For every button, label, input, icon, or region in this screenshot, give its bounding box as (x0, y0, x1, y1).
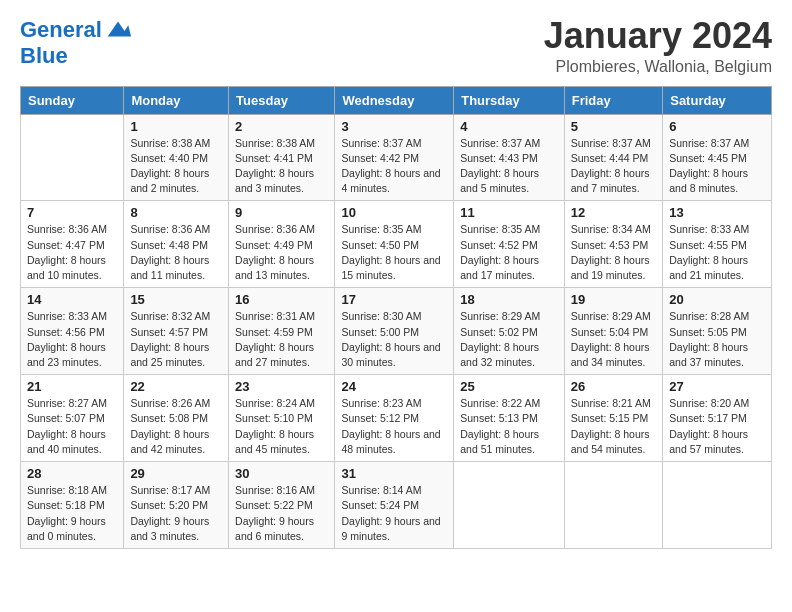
calendar-cell: 6Sunrise: 8:37 AMSunset: 4:45 PMDaylight… (663, 114, 772, 201)
cell-info: Sunrise: 8:37 AMSunset: 4:45 PMDaylight:… (669, 136, 765, 197)
cell-info: Sunrise: 8:28 AMSunset: 5:05 PMDaylight:… (669, 309, 765, 370)
weekday-header-tuesday: Tuesday (229, 86, 335, 114)
calendar-cell: 24Sunrise: 8:23 AMSunset: 5:12 PMDayligh… (335, 375, 454, 462)
calendar-cell: 30Sunrise: 8:16 AMSunset: 5:22 PMDayligh… (229, 462, 335, 549)
day-number: 19 (571, 292, 657, 307)
cell-info: Sunrise: 8:16 AMSunset: 5:22 PMDaylight:… (235, 483, 328, 544)
weekday-header-thursday: Thursday (454, 86, 564, 114)
calendar-cell: 2Sunrise: 8:38 AMSunset: 4:41 PMDaylight… (229, 114, 335, 201)
weekday-header-monday: Monday (124, 86, 229, 114)
day-number: 27 (669, 379, 765, 394)
calendar-cell: 10Sunrise: 8:35 AMSunset: 4:50 PMDayligh… (335, 201, 454, 288)
weekday-header-sunday: Sunday (21, 86, 124, 114)
calendar-cell: 9Sunrise: 8:36 AMSunset: 4:49 PMDaylight… (229, 201, 335, 288)
day-number: 29 (130, 466, 222, 481)
day-number: 30 (235, 466, 328, 481)
week-row-4: 28Sunrise: 8:18 AMSunset: 5:18 PMDayligh… (21, 462, 772, 549)
calendar-cell (663, 462, 772, 549)
cell-info: Sunrise: 8:22 AMSunset: 5:13 PMDaylight:… (460, 396, 557, 457)
calendar-cell: 12Sunrise: 8:34 AMSunset: 4:53 PMDayligh… (564, 201, 663, 288)
cell-info: Sunrise: 8:18 AMSunset: 5:18 PMDaylight:… (27, 483, 117, 544)
cell-info: Sunrise: 8:36 AMSunset: 4:49 PMDaylight:… (235, 222, 328, 283)
day-number: 10 (341, 205, 447, 220)
calendar-cell: 21Sunrise: 8:27 AMSunset: 5:07 PMDayligh… (21, 375, 124, 462)
cell-info: Sunrise: 8:38 AMSunset: 4:41 PMDaylight:… (235, 136, 328, 197)
weekday-header-friday: Friday (564, 86, 663, 114)
cell-info: Sunrise: 8:33 AMSunset: 4:56 PMDaylight:… (27, 309, 117, 370)
cell-info: Sunrise: 8:35 AMSunset: 4:52 PMDaylight:… (460, 222, 557, 283)
day-number: 23 (235, 379, 328, 394)
calendar-cell: 31Sunrise: 8:14 AMSunset: 5:24 PMDayligh… (335, 462, 454, 549)
day-number: 12 (571, 205, 657, 220)
week-row-3: 21Sunrise: 8:27 AMSunset: 5:07 PMDayligh… (21, 375, 772, 462)
day-number: 5 (571, 119, 657, 134)
cell-info: Sunrise: 8:30 AMSunset: 5:00 PMDaylight:… (341, 309, 447, 370)
cell-info: Sunrise: 8:17 AMSunset: 5:20 PMDaylight:… (130, 483, 222, 544)
cell-info: Sunrise: 8:23 AMSunset: 5:12 PMDaylight:… (341, 396, 447, 457)
logo-blue-text: Blue (20, 44, 68, 68)
calendar-cell: 25Sunrise: 8:22 AMSunset: 5:13 PMDayligh… (454, 375, 564, 462)
calendar-page: General Blue January 2024 Plombieres, Wa… (0, 0, 792, 565)
logo-icon (104, 16, 132, 44)
calendar-cell: 8Sunrise: 8:36 AMSunset: 4:48 PMDaylight… (124, 201, 229, 288)
cell-info: Sunrise: 8:26 AMSunset: 5:08 PMDaylight:… (130, 396, 222, 457)
cell-info: Sunrise: 8:33 AMSunset: 4:55 PMDaylight:… (669, 222, 765, 283)
day-number: 11 (460, 205, 557, 220)
day-number: 15 (130, 292, 222, 307)
cell-info: Sunrise: 8:29 AMSunset: 5:04 PMDaylight:… (571, 309, 657, 370)
cell-info: Sunrise: 8:38 AMSunset: 4:40 PMDaylight:… (130, 136, 222, 197)
day-number: 16 (235, 292, 328, 307)
day-number: 2 (235, 119, 328, 134)
day-number: 7 (27, 205, 117, 220)
weekday-header-wednesday: Wednesday (335, 86, 454, 114)
calendar-cell: 20Sunrise: 8:28 AMSunset: 5:05 PMDayligh… (663, 288, 772, 375)
title-area: January 2024 Plombieres, Wallonia, Belgi… (544, 16, 772, 76)
weekday-header-row: SundayMondayTuesdayWednesdayThursdayFrid… (21, 86, 772, 114)
day-number: 18 (460, 292, 557, 307)
calendar-cell (21, 114, 124, 201)
calendar-cell: 19Sunrise: 8:29 AMSunset: 5:04 PMDayligh… (564, 288, 663, 375)
calendar-subtitle: Plombieres, Wallonia, Belgium (544, 58, 772, 76)
calendar-table: SundayMondayTuesdayWednesdayThursdayFrid… (20, 86, 772, 549)
cell-info: Sunrise: 8:29 AMSunset: 5:02 PMDaylight:… (460, 309, 557, 370)
calendar-cell: 28Sunrise: 8:18 AMSunset: 5:18 PMDayligh… (21, 462, 124, 549)
cell-info: Sunrise: 8:14 AMSunset: 5:24 PMDaylight:… (341, 483, 447, 544)
cell-info: Sunrise: 8:32 AMSunset: 4:57 PMDaylight:… (130, 309, 222, 370)
day-number: 22 (130, 379, 222, 394)
calendar-cell: 27Sunrise: 8:20 AMSunset: 5:17 PMDayligh… (663, 375, 772, 462)
day-number: 17 (341, 292, 447, 307)
cell-info: Sunrise: 8:36 AMSunset: 4:47 PMDaylight:… (27, 222, 117, 283)
cell-info: Sunrise: 8:20 AMSunset: 5:17 PMDaylight:… (669, 396, 765, 457)
calendar-cell: 15Sunrise: 8:32 AMSunset: 4:57 PMDayligh… (124, 288, 229, 375)
calendar-cell: 5Sunrise: 8:37 AMSunset: 4:44 PMDaylight… (564, 114, 663, 201)
calendar-cell: 29Sunrise: 8:17 AMSunset: 5:20 PMDayligh… (124, 462, 229, 549)
logo-text: General (20, 18, 102, 42)
day-number: 4 (460, 119, 557, 134)
day-number: 13 (669, 205, 765, 220)
cell-info: Sunrise: 8:37 AMSunset: 4:44 PMDaylight:… (571, 136, 657, 197)
day-number: 14 (27, 292, 117, 307)
day-number: 31 (341, 466, 447, 481)
day-number: 24 (341, 379, 447, 394)
day-number: 25 (460, 379, 557, 394)
logo: General Blue (20, 16, 132, 68)
header: General Blue January 2024 Plombieres, Wa… (20, 16, 772, 76)
calendar-cell: 11Sunrise: 8:35 AMSunset: 4:52 PMDayligh… (454, 201, 564, 288)
cell-info: Sunrise: 8:37 AMSunset: 4:42 PMDaylight:… (341, 136, 447, 197)
cell-info: Sunrise: 8:21 AMSunset: 5:15 PMDaylight:… (571, 396, 657, 457)
day-number: 26 (571, 379, 657, 394)
cell-info: Sunrise: 8:24 AMSunset: 5:10 PMDaylight:… (235, 396, 328, 457)
calendar-cell: 16Sunrise: 8:31 AMSunset: 4:59 PMDayligh… (229, 288, 335, 375)
week-row-1: 7Sunrise: 8:36 AMSunset: 4:47 PMDaylight… (21, 201, 772, 288)
calendar-cell: 4Sunrise: 8:37 AMSunset: 4:43 PMDaylight… (454, 114, 564, 201)
cell-info: Sunrise: 8:27 AMSunset: 5:07 PMDaylight:… (27, 396, 117, 457)
calendar-cell: 23Sunrise: 8:24 AMSunset: 5:10 PMDayligh… (229, 375, 335, 462)
cell-info: Sunrise: 8:36 AMSunset: 4:48 PMDaylight:… (130, 222, 222, 283)
calendar-title: January 2024 (544, 16, 772, 56)
cell-info: Sunrise: 8:31 AMSunset: 4:59 PMDaylight:… (235, 309, 328, 370)
day-number: 9 (235, 205, 328, 220)
day-number: 21 (27, 379, 117, 394)
calendar-cell: 26Sunrise: 8:21 AMSunset: 5:15 PMDayligh… (564, 375, 663, 462)
calendar-cell: 22Sunrise: 8:26 AMSunset: 5:08 PMDayligh… (124, 375, 229, 462)
day-number: 3 (341, 119, 447, 134)
